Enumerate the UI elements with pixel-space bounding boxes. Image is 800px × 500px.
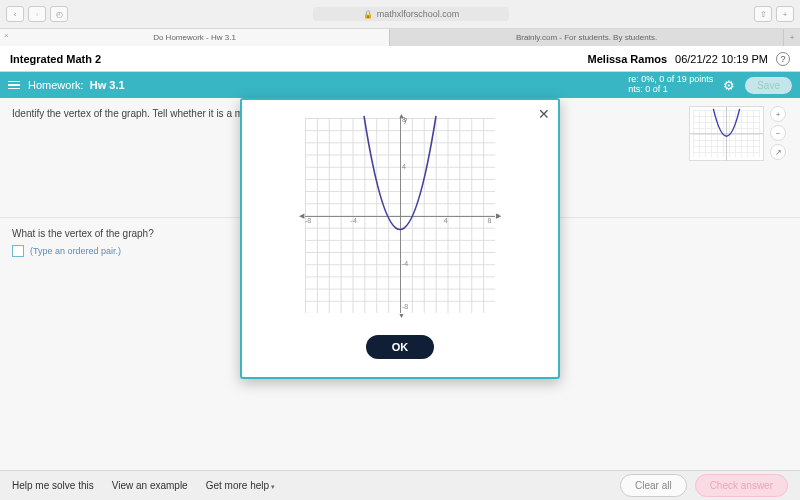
tab-label: Brainly.com - For students. By students. xyxy=(516,33,657,42)
tab-label: Do Homework - Hw 3.1 xyxy=(153,33,236,42)
view-example-link[interactable]: View an example xyxy=(112,480,188,491)
share-icon[interactable]: ⇧ xyxy=(754,6,772,22)
gear-icon[interactable]: ⚙ xyxy=(723,78,735,93)
homework-bar: Homework: Hw 3.1 re: 0%, 0 of 19 points … xyxy=(0,72,800,98)
browser-toolbar: ‹ › ◴ 🔒 mathxlforschool.com ⇧ + xyxy=(0,0,800,29)
footer-bar: Help me solve this View an example Get m… xyxy=(0,470,800,500)
tab-close-icon[interactable]: × xyxy=(4,31,9,40)
sidebar-toggle-icon[interactable]: ◴ xyxy=(50,6,68,22)
close-icon[interactable]: ✕ xyxy=(538,106,550,122)
content-area: Identify the vertex of the graph. Tell w… xyxy=(0,98,800,470)
help-icon[interactable]: ? xyxy=(776,52,790,66)
nav-back-button[interactable]: ‹ xyxy=(6,6,24,22)
homework-title: Homework: Hw 3.1 xyxy=(28,79,125,91)
datetime: 06/21/22 10:19 PM xyxy=(675,53,768,65)
new-tab-icon[interactable]: + xyxy=(776,6,794,22)
course-title: Integrated Math 2 xyxy=(10,53,101,65)
tab-add-button[interactable]: + xyxy=(784,29,800,46)
help-me-link[interactable]: Help me solve this xyxy=(12,480,94,491)
url-host: mathxlforschool.com xyxy=(377,9,460,19)
save-button[interactable]: Save xyxy=(745,77,792,94)
graph-canvas: y x ▲ ▼ ◀ ▶ -8 -4 4 8 8 4 -4 -8 xyxy=(305,118,495,313)
browser-tabs: × Do Homework - Hw 3.1 Brainly.com - For… xyxy=(0,29,800,46)
score-line-2: nts: 0 of 1 xyxy=(628,85,713,95)
modal-overlay: ✕ y x ▲ ▼ ◀ ▶ -8 -4 4 8 8 4 -4 -8 xyxy=(0,98,800,470)
homework-name: Hw 3.1 xyxy=(90,79,125,91)
check-answer-button[interactable]: Check answer xyxy=(695,474,788,497)
homework-label-prefix: Homework: xyxy=(28,79,84,91)
arrow-down-icon: ▼ xyxy=(398,312,405,319)
menu-icon[interactable] xyxy=(8,79,20,92)
address-bar[interactable]: 🔒 mathxlforschool.com xyxy=(74,0,748,28)
app-header: Integrated Math 2 Melissa Ramos 06/21/22… xyxy=(0,46,800,72)
clear-all-button[interactable]: Clear all xyxy=(620,474,687,497)
tab-homework[interactable]: × Do Homework - Hw 3.1 xyxy=(0,29,390,46)
user-name: Melissa Ramos xyxy=(588,53,667,65)
lock-icon: 🔒 xyxy=(363,10,373,19)
parabola-curve xyxy=(305,118,495,313)
arrow-left-icon: ◀ xyxy=(299,212,304,220)
graph-modal: ✕ y x ▲ ▼ ◀ ▶ -8 -4 4 8 8 4 -4 -8 xyxy=(240,98,560,379)
ok-button[interactable]: OK xyxy=(366,335,435,359)
arrow-right-icon: ▶ xyxy=(496,212,501,220)
score-block: re: 0%, 0 of 19 points nts: 0 of 1 xyxy=(628,75,713,95)
tab-brainly[interactable]: Brainly.com - For students. By students. xyxy=(390,29,784,46)
nav-fwd-button[interactable]: › xyxy=(28,6,46,22)
get-more-help-menu[interactable]: Get more help xyxy=(206,480,275,491)
